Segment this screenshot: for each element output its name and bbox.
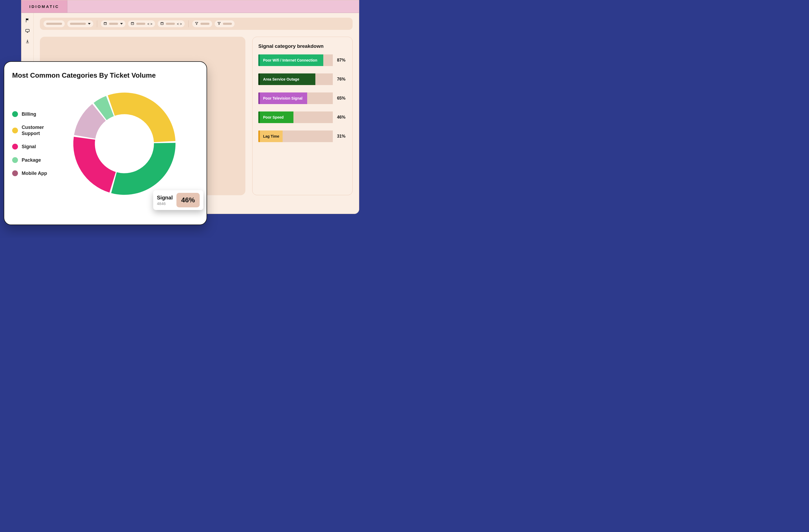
svg-rect-3 xyxy=(160,22,163,25)
legend-item[interactable]: Billing xyxy=(12,111,62,117)
filter-funnel-2[interactable] xyxy=(215,20,235,27)
breakdown-bar[interactable]: Poor Wifi / Internet Connection87% xyxy=(258,54,346,66)
svg-rect-2 xyxy=(131,22,134,25)
tooltip-pct: 46% xyxy=(176,193,200,207)
calendar-icon xyxy=(104,22,107,26)
legend-item[interactable]: Package xyxy=(12,157,62,163)
breakdown-bar[interactable]: Lag Time31% xyxy=(258,131,346,142)
bar-fill: Area Service Outage xyxy=(260,73,315,85)
bar-pct: 31% xyxy=(333,134,346,139)
breakdown-bar[interactable]: Poor Television Signal65% xyxy=(258,92,346,104)
toolbar-separator xyxy=(97,20,97,27)
breakdown-bar[interactable]: Area Service Outage76% xyxy=(258,73,346,85)
legend-label: Package xyxy=(22,157,41,163)
donut-slice[interactable] xyxy=(108,93,175,142)
tooltip-count: 4846 xyxy=(157,201,173,206)
breakdown-title: Signal category breakdown xyxy=(258,43,346,49)
svg-rect-0 xyxy=(25,29,29,32)
legend-label: Customer Support xyxy=(22,124,62,136)
date-pill-1[interactable] xyxy=(101,20,125,27)
calendar-icon xyxy=(131,22,134,26)
download-icon[interactable] xyxy=(25,39,30,44)
bar-track: Area Service Outage xyxy=(260,73,333,85)
toolbar-separator xyxy=(188,20,189,27)
legend-item[interactable]: Customer Support xyxy=(12,124,62,136)
filter-pill-1[interactable] xyxy=(44,20,65,27)
date-pill-2[interactable]: < > xyxy=(128,20,155,27)
bar-pct: 76% xyxy=(333,77,346,82)
filter-funnel-1[interactable] xyxy=(192,20,212,27)
calendar-icon xyxy=(160,22,164,26)
donut-chart xyxy=(68,87,181,201)
legend-dot xyxy=(12,144,18,150)
chart-tooltip: Signal 4846 46% xyxy=(153,190,203,210)
flag-icon[interactable] xyxy=(25,18,30,23)
chevron-down-icon xyxy=(120,23,123,24)
bar-fill: Poor Speed xyxy=(260,111,293,123)
legend-dot xyxy=(12,170,18,176)
bar-track: Lag Time xyxy=(260,131,333,142)
bar-pct: 65% xyxy=(333,96,346,101)
brand-tab[interactable]: IDIOMATIC xyxy=(21,0,67,13)
legend-item[interactable]: Signal xyxy=(12,144,62,150)
legend-dot xyxy=(12,157,18,163)
chevron-down-icon xyxy=(88,23,91,24)
bar-track: Poor Speed xyxy=(260,111,333,123)
donut-slice[interactable] xyxy=(111,143,176,195)
legend-label: Billing xyxy=(22,111,36,117)
legend-label: Signal xyxy=(22,144,36,150)
brand-label: IDIOMATIC xyxy=(29,4,59,9)
monitor-icon[interactable] xyxy=(25,28,30,34)
bar-fill: Poor Wifi / Internet Connection xyxy=(260,54,323,66)
bar-pct: 46% xyxy=(333,115,346,120)
legend-label: Mobile App xyxy=(22,170,47,176)
bar-fill: Lag Time xyxy=(260,131,282,142)
tooltip-name: Signal xyxy=(157,195,173,201)
svg-rect-1 xyxy=(104,22,107,25)
filter-pill-2[interactable] xyxy=(67,20,93,27)
chart-title: Most Common Categories By Ticket Volume xyxy=(12,71,199,80)
bar-pct: 87% xyxy=(333,58,346,63)
bar-track: Poor Television Signal xyxy=(260,92,333,104)
bar-fill: Poor Television Signal xyxy=(260,92,307,104)
toolbar: < > < > xyxy=(40,18,352,30)
donut-slice[interactable] xyxy=(73,137,116,192)
funnel-icon xyxy=(217,22,221,26)
breakdown-bar[interactable]: Poor Speed46% xyxy=(258,111,346,123)
legend-dot xyxy=(12,111,18,117)
funnel-icon xyxy=(195,22,199,26)
date-pill-3[interactable]: < > xyxy=(158,20,185,27)
chart-legend: BillingCustomer SupportSignalPackageMobi… xyxy=(12,111,62,176)
legend-item[interactable]: Mobile App xyxy=(12,170,62,176)
title-bar: IDIOMATIC xyxy=(21,0,359,13)
legend-dot xyxy=(12,127,18,133)
breakdown-panel: Signal category breakdown Poor Wifi / In… xyxy=(252,37,352,195)
bar-track: Poor Wifi / Internet Connection xyxy=(260,54,333,66)
code-icon: < > xyxy=(148,22,152,26)
code-icon: < > xyxy=(177,22,182,26)
